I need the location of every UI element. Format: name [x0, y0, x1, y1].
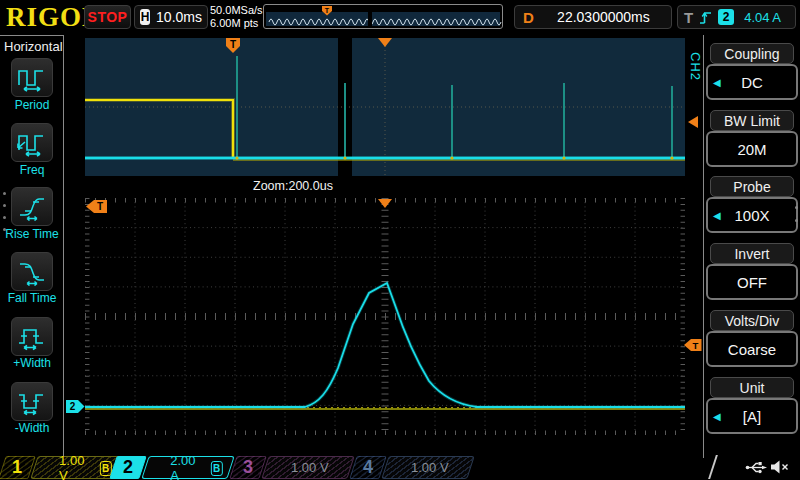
delay-indicator: D 22.0300000ms [514, 5, 672, 29]
invert-value: OFF [737, 274, 767, 291]
softkey-probe-label: Probe [710, 176, 794, 197]
channel-4-scale: 1.00 V [411, 460, 449, 475]
channel-3-status[interactable]: 1.00 V [261, 456, 354, 479]
fall-time-icon [16, 258, 48, 286]
softkey-fall-time-label: Fall Time [0, 291, 64, 305]
minus-width-icon [16, 388, 48, 416]
menu-page-dot [3, 204, 6, 207]
softkey-period[interactable] [11, 58, 53, 97]
right-menu-left-border [703, 35, 704, 458]
bw-limit-icon: B [211, 460, 223, 475]
softkey-plus-width-label: +Width [0, 356, 64, 370]
trigger-level-value: 4.04 A [744, 10, 781, 25]
unit-value: [A] [743, 408, 761, 425]
softkey-volts-div[interactable]: Coarse [706, 331, 798, 367]
softkey-rise-time-label: Rise Time [0, 227, 64, 241]
left-arrow-icon: ◀ [713, 411, 721, 422]
softkey-fall-time[interactable] [11, 252, 53, 291]
softkey-freq-label: Freq [0, 163, 64, 177]
trigger-badge: T [684, 9, 693, 26]
left-arrow-icon: ◀ [713, 77, 721, 88]
softkey-period-label: Period [0, 98, 64, 112]
preview-strip [266, 12, 500, 26]
softkey-plus-width[interactable] [11, 317, 53, 356]
period-icon [16, 64, 48, 92]
zoom-trigger-level-marker: T [684, 338, 702, 352]
delay-badge: D [523, 9, 534, 26]
left-arrow-icon: ◀ [713, 210, 721, 221]
channel-4-status[interactable]: 1.00 V [381, 456, 474, 479]
menu-page-dot [3, 228, 6, 231]
status-area-divider [708, 455, 718, 479]
svg-text:T: T [325, 7, 330, 14]
main-waveform-window: T [85, 38, 685, 176]
softkey-coupling-label: Coupling [710, 43, 794, 64]
trigger-status: T 2 4.04 A [677, 5, 796, 29]
softkey-minus-width-label: -Width [0, 421, 64, 435]
run-state-button[interactable]: STOP [84, 5, 131, 29]
softkey-coupling[interactable]: ◀ DC [706, 64, 798, 100]
speaker-muted-icon [770, 459, 789, 475]
softkey-rise-time[interactable] [11, 187, 53, 226]
svg-text:2: 2 [70, 401, 76, 412]
svg-text:T: T [230, 39, 236, 50]
frequency-icon [16, 129, 48, 157]
svg-text:T: T [97, 201, 103, 212]
run-state-label: STOP [88, 9, 128, 25]
probe-value: 100X [734, 207, 769, 224]
plus-width-icon [16, 323, 48, 351]
trigger-source-badge: 2 [718, 9, 734, 25]
main-trigger-level-marker [686, 115, 699, 129]
horizontal-badge: H [140, 9, 150, 25]
timebase-indicator: H 10.0ms [134, 5, 208, 29]
zoom-scale-label: Zoom:200.0us [253, 179, 333, 193]
softkey-unit[interactable]: ◀ [A] [706, 398, 798, 434]
timebase-value: 10.0ms [156, 9, 202, 25]
softkey-minus-width[interactable] [11, 382, 53, 421]
left-menu-title: Horizontal [4, 39, 63, 54]
preview-trigger-position-icon: T [321, 6, 333, 16]
acquisition-info: 50.0MSa/s 6.00M pts [210, 4, 263, 29]
channel-3-scale: 1.00 V [291, 460, 329, 475]
zoom-waveform-window: T [85, 198, 685, 435]
menu-page-dot [795, 219, 798, 222]
menu-page-dot [3, 216, 6, 219]
coupling-value: DC [741, 74, 763, 91]
softkey-invert-label: Invert [710, 243, 794, 264]
softkey-bw-limit-label: BW Limit [710, 110, 794, 131]
rise-time-icon [16, 193, 48, 221]
channel-2-status[interactable]: 2.00 A B [141, 456, 234, 479]
svg-text:T: T [693, 340, 699, 351]
menu-page-dot [795, 206, 798, 209]
softkey-unit-label: Unit [710, 377, 794, 398]
volts-div-value: Coarse [728, 341, 776, 358]
right-menu-channel-label: CH2 [688, 52, 703, 98]
sample-rate: 50.0MSa/s [210, 4, 263, 17]
oscilloscope-screen: RIGOL STOP H 10.0ms 50.0MSa/s 6.00M pts … [0, 0, 800, 480]
rising-edge-icon [699, 10, 712, 25]
softkey-bw-limit[interactable]: 20M [706, 131, 798, 167]
channel-1-scale: 1.00 V [59, 453, 94, 480]
softkey-invert[interactable]: OFF [706, 264, 798, 300]
memory-depth: 6.00M pts [210, 17, 263, 30]
preview-waveform [266, 12, 502, 26]
usb-icon [745, 461, 768, 474]
channel-2-scale: 2.00 A [170, 453, 205, 480]
bw-limit-value: 20M [737, 141, 766, 158]
left-menu-top-border [0, 35, 64, 36]
waveform-preview-bar: T [263, 4, 503, 29]
softkey-freq[interactable] [11, 123, 53, 162]
softkey-volts-div-label: Volts/Div [710, 310, 794, 331]
delay-value: 22.0300000ms [544, 9, 663, 25]
ch2-ground-marker: 2 [66, 400, 85, 413]
menu-page-dot [3, 192, 6, 195]
softkey-probe[interactable]: ◀ 100X [706, 197, 798, 233]
